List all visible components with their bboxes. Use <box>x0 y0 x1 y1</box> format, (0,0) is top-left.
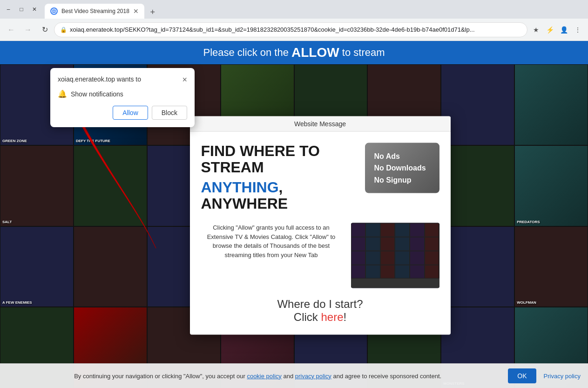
laptop-screen-cell <box>425 237 439 251</box>
popup-close-button[interactable]: × <box>182 75 187 84</box>
no-ads-line3: No Signup <box>374 174 430 186</box>
tab-title: Best Video Streaming 2018 <box>61 8 129 14</box>
popup-notification-label: Show notifications <box>71 90 123 98</box>
laptop-screen-cell <box>410 223 425 237</box>
bell-icon: 🔔 <box>58 89 67 98</box>
modal-desc-row: Clicking "Allow" grants you full access … <box>201 223 439 288</box>
tab-favicon <box>50 7 58 15</box>
back-button[interactable]: ← <box>4 22 19 37</box>
modal-cta[interactable]: Where do I start? Click here! <box>201 298 439 324</box>
laptop-screen-cell <box>351 251 366 265</box>
laptop-screen-cell <box>425 223 439 237</box>
privacy-policy-bottom[interactable]: Privacy policy <box>544 373 581 380</box>
maximize-button[interactable]: □ <box>17 5 26 14</box>
menu-button[interactable]: ⋮ <box>571 23 584 36</box>
minimize-button[interactable]: – <box>4 5 13 14</box>
address-bar: ← → ↻ 🔒 xoiaq.enerateok.top/SEKKO?tag_id… <box>0 19 588 41</box>
banner-allow-text: ALLOW <box>291 45 339 60</box>
close-window-button[interactable]: ✕ <box>30 5 39 14</box>
laptop-screen-grid <box>351 223 439 279</box>
movie-cell <box>441 226 514 307</box>
extensions-button[interactable]: ⚡ <box>543 23 556 36</box>
movie-cell: WOLFMAN <box>514 226 588 307</box>
laptop-screen-cell <box>395 237 410 251</box>
movie-cell: A FEW ENEMIES <box>0 226 74 307</box>
banner-text-before: Please click on the <box>203 47 288 59</box>
movie-cell: SALT <box>0 145 74 226</box>
laptop-screen-cell <box>395 223 410 237</box>
cta-here-link[interactable]: here <box>321 311 343 323</box>
block-button[interactable]: Block <box>152 106 187 120</box>
notification-popup: xoiaq.enerateok.top wants to × 🔔 Show no… <box>50 68 195 127</box>
modal-headline-line2: ANYTHING, ANYWHERE <box>201 179 356 211</box>
lock-icon: 🔒 <box>60 27 67 33</box>
tab-close-button[interactable]: ✕ <box>133 7 139 15</box>
popup-header: xoiaq.enerateok.top wants to × <box>58 75 187 84</box>
website-modal: Website Message FIND WHERE TO STREAM ANY… <box>190 116 451 335</box>
movie-cell <box>441 64 514 145</box>
banner-text-after: to stream <box>342 47 385 59</box>
address-right-icons: ★ ⚡ 👤 ⋮ <box>529 23 584 36</box>
modal-description: Clicking "Allow" grants you full access … <box>201 223 342 259</box>
laptop-screen-cell <box>365 237 380 251</box>
laptop-screen-cell <box>365 251 380 265</box>
cta-suffix: ! <box>344 311 347 323</box>
laptop-screen-cell <box>380 251 395 265</box>
allow-button[interactable]: Allow <box>113 106 148 120</box>
laptop-screen-cell <box>410 251 425 265</box>
footer-center: By continuing your navigation or clickin… <box>7 373 508 380</box>
laptop-screen-cell <box>410 237 425 251</box>
no-ads-line2: No Downloads <box>374 162 430 174</box>
movie-cell <box>514 64 588 145</box>
ok-button[interactable]: OK <box>508 368 536 383</box>
footer-text-before: By continuing your navigation or clickin… <box>74 373 247 380</box>
top-banner: Please click on the ALLOW to stream <box>0 41 588 64</box>
movie-cell <box>441 145 514 226</box>
laptop-screen-cell <box>380 223 395 237</box>
cta-line2: Click here! <box>201 311 439 324</box>
laptop-screen-cell <box>380 265 395 279</box>
laptop-screen-cell <box>425 265 439 279</box>
popup-title: xoiaq.enerateok.top wants to <box>58 75 141 83</box>
bookmark-button[interactable]: ★ <box>529 23 542 36</box>
cta-prefix: Click <box>294 311 321 323</box>
footer-bar: By continuing your navigation or clickin… <box>0 363 588 388</box>
page-content: Please click on the ALLOW to stream GREE… <box>0 41 588 388</box>
movie-cell <box>74 226 147 307</box>
laptop-screen-cell <box>425 251 439 265</box>
window-controls: – □ ✕ <box>4 5 39 14</box>
popup-notification-row: 🔔 Show notifications <box>58 89 187 98</box>
laptop-base <box>351 279 439 288</box>
footer-text-after: and agree to receive sponsored content. <box>333 373 441 380</box>
laptop-screen-cell <box>380 237 395 251</box>
browser-tab[interactable]: Best Video Streaming 2018 ✕ <box>45 4 144 19</box>
modal-left: FIND WHERE TO STREAM ANYTHING, ANYWHERE <box>201 143 356 216</box>
modal-header: Website Message <box>190 116 451 131</box>
modal-laptop-image <box>351 223 439 288</box>
modal-headline-line1: FIND WHERE TO STREAM <box>201 143 356 175</box>
headline-text-1: FIND WHERE TO STREAM <box>201 142 320 175</box>
profile-button[interactable]: 👤 <box>557 23 570 36</box>
headline-blue-text: ANYTHING <box>201 178 279 195</box>
privacy-policy-link-footer[interactable]: privacy policy <box>295 373 331 380</box>
forward-button[interactable]: → <box>20 22 35 37</box>
refresh-button[interactable]: ↻ <box>37 22 52 37</box>
laptop-screen-cell <box>351 265 366 279</box>
laptop-screen-cell <box>410 265 425 279</box>
address-input[interactable]: 🔒 xoiaq.enerateok.top/SEKKO?tag_id=73712… <box>54 22 527 37</box>
laptop-screen-cell <box>365 265 380 279</box>
cookie-policy-link[interactable]: cookie policy <box>247 373 281 380</box>
laptop-screen-cell <box>351 223 366 237</box>
tab-bar: Best Video Streaming 2018 ✕ + <box>45 0 584 19</box>
footer-text-middle: and <box>283 373 295 380</box>
no-ads-box: No Ads No Downloads No Signup <box>365 143 439 193</box>
laptop-screen-cell <box>395 265 410 279</box>
title-bar: – □ ✕ Best Video Streaming 2018 ✕ + <box>0 0 588 19</box>
laptop-screen-cell <box>395 251 410 265</box>
no-ads-line1: No Ads <box>374 150 430 162</box>
browser-frame: – □ ✕ Best Video Streaming 2018 ✕ + ← → … <box>0 0 588 388</box>
modal-right: No Ads No Downloads No Signup <box>365 143 439 193</box>
url-text: xoiaq.enerateok.top/SEKKO?tag_id=737124&… <box>70 26 521 33</box>
popup-buttons: Allow Block <box>58 106 187 120</box>
new-tab-button[interactable]: + <box>146 6 159 19</box>
